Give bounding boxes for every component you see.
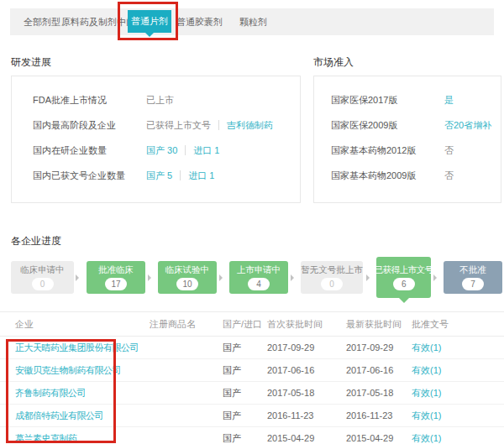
first-date-cell: 2016-11-23 bbox=[267, 410, 346, 420]
divider bbox=[218, 120, 219, 130]
company-link[interactable]: 正大天晴药业集团股份有限公司 bbox=[15, 342, 150, 354]
stage-count-badge: 7 bbox=[462, 278, 484, 290]
stage-in-clinical-trial[interactable]: 临床试验中 10 bbox=[158, 261, 217, 294]
market-access-title: 市场准入 bbox=[313, 55, 354, 70]
active-import-link[interactable]: 进口 1 bbox=[193, 144, 219, 157]
market-access-row: 国家医保2017版 是 bbox=[331, 87, 501, 112]
stage-label: 临床申请中 bbox=[20, 264, 65, 276]
header-latest-approval-date: 最新获批时间 bbox=[346, 318, 412, 331]
origin-cell: 国产 bbox=[223, 387, 267, 400]
highest-stage-label: 国内最高阶段及企业 bbox=[33, 119, 146, 132]
essential-drugs-2009-label: 国家基本药物2009版 bbox=[331, 170, 444, 182]
license-link[interactable]: 有效(1) bbox=[412, 410, 504, 422]
drug-detail-page: 全部剂型 原料药及制剂中间体 普通胶囊剂 颗粒剂 普通片剂 研发进展 FDA批准… bbox=[0, 0, 504, 444]
header-company: 企业 bbox=[15, 318, 150, 331]
stage-label: 暂无文号批上市 bbox=[301, 264, 363, 276]
fda-status-value: 已上市 bbox=[146, 94, 174, 107]
table-row: 葛兰素史克制药 国产 2015-04-29 2015-04-29 有效(1) bbox=[0, 427, 504, 444]
chevron-right-icon bbox=[433, 274, 437, 281]
company-link[interactable]: 安徽贝克生物制药有限公司 bbox=[15, 364, 150, 377]
first-date-cell: 2017-05-18 bbox=[267, 388, 346, 398]
chevron-right-icon bbox=[148, 274, 151, 281]
chevron-right-icon bbox=[366, 274, 370, 281]
rd-progress-title: 研发进展 bbox=[11, 55, 51, 70]
table-row: 正大天晴药业集团股份有限公司 国产 2017-09-29 2017-09-29 … bbox=[0, 337, 504, 359]
stage-count-badge: 6 bbox=[393, 278, 415, 290]
chevron-right-icon bbox=[76, 274, 79, 281]
rd-row-fda: FDA批准上市情况 已上市 bbox=[33, 87, 300, 112]
table-header-row: 企业 注册商品名 国产/进口 首次获批时间 最新获批时间 批准文号 bbox=[0, 311, 504, 337]
stage-label: 已获得上市文号 bbox=[375, 264, 433, 276]
latest-date-cell: 2016-11-23 bbox=[346, 410, 412, 420]
company-link[interactable]: 葛兰素史克制药 bbox=[15, 432, 150, 444]
stage-label: 临床试验中 bbox=[165, 264, 210, 276]
tab-tablet-active[interactable]: 普通片剂 bbox=[128, 10, 171, 33]
tab-capsule[interactable]: 普通胶囊剂 bbox=[176, 8, 223, 35]
origin-cell: 国产 bbox=[223, 364, 267, 377]
license-link[interactable]: 有效(1) bbox=[412, 342, 504, 354]
stage-count-badge: 0 bbox=[321, 278, 343, 290]
market-access-row: 国家基本药物2012版 否 bbox=[331, 138, 501, 163]
latest-date-cell: 2017-05-18 bbox=[346, 388, 412, 398]
header-first-approval-date: 首次获批时间 bbox=[267, 318, 346, 331]
latest-date-cell: 2017-09-29 bbox=[346, 342, 412, 353]
stage-clinical-approved[interactable]: 批准临床 17 bbox=[87, 261, 145, 294]
highest-stage-value: 已获得上市文号 bbox=[146, 119, 211, 132]
stage-label: 上市申请中 bbox=[237, 264, 281, 276]
table-row: 成都倍特药业有限公司 国产 2016-11-23 2016-11-23 有效(1… bbox=[0, 405, 504, 427]
company-link[interactable]: 成都倍特药业有限公司 bbox=[15, 410, 150, 422]
essential-drugs-2009-value: 否 bbox=[444, 170, 454, 182]
stage-count-badge: 4 bbox=[248, 278, 270, 290]
rd-row-active-companies: 国内在研企业数量 国产 30 进口 1 bbox=[33, 138, 300, 163]
stage-label: 不批准 bbox=[459, 264, 486, 276]
company-progress-title: 各企业进度 bbox=[11, 234, 61, 248]
highest-stage-company-link[interactable]: 吉利德制药 bbox=[227, 119, 273, 132]
latest-date-cell: 2017-06-16 bbox=[346, 365, 412, 375]
licensed-import-link[interactable]: 进口 1 bbox=[188, 170, 214, 182]
divider bbox=[185, 145, 186, 155]
license-link[interactable]: 有效(1) bbox=[412, 432, 504, 444]
rd-progress-card: FDA批准上市情况 已上市 国内最高阶段及企业 已获得上市文号 吉利德制药 国内… bbox=[11, 76, 301, 203]
licensed-companies-label: 国内已获文号企业数量 bbox=[33, 170, 146, 182]
stage-license-obtained-selected[interactable]: 已获得上市文号 6 bbox=[376, 257, 431, 298]
active-domestic-link[interactable]: 国产 30 bbox=[146, 144, 177, 157]
license-link[interactable]: 有效(1) bbox=[412, 387, 504, 400]
stage-count-badge: 10 bbox=[176, 278, 198, 290]
chevron-right-icon bbox=[291, 274, 294, 281]
essential-drugs-2012-value: 否 bbox=[444, 144, 454, 157]
stage-clinical-application[interactable]: 临床申请中 0 bbox=[11, 261, 74, 294]
market-access-row: 国家基本药物2009版 否 bbox=[331, 163, 501, 188]
progress-pipeline: 临床申请中 0 批准临床 17 临床试验中 10 上市申请中 4 暂无文号批上市… bbox=[0, 254, 504, 306]
stage-no-license-approved[interactable]: 暂无文号批上市 0 bbox=[301, 261, 363, 294]
medicare-2017-label: 国家医保2017版 bbox=[331, 94, 444, 107]
companies-table: 企业 注册商品名 国产/进口 首次获批时间 最新获批时间 批准文号 正大天晴药业… bbox=[0, 311, 504, 444]
rd-row-licensed-companies: 国内已获文号企业数量 国产 5 进口 1 bbox=[33, 163, 300, 188]
stage-label: 批准临床 bbox=[98, 264, 134, 276]
market-access-card: 国家医保2017版 是 国家医保2009版 否20省增补 国家基本药物2012版… bbox=[313, 76, 501, 203]
company-link[interactable]: 齐鲁制药有限公司 bbox=[15, 387, 150, 400]
first-date-cell: 2015-04-29 bbox=[267, 433, 346, 443]
header-brand-name: 注册商品名 bbox=[150, 318, 223, 331]
licensed-domestic-link[interactable]: 国产 5 bbox=[146, 170, 172, 182]
tab-all-dosage-forms[interactable]: 全部剂型 bbox=[24, 8, 60, 35]
chevron-right-icon bbox=[219, 274, 223, 281]
origin-cell: 国产 bbox=[223, 432, 267, 444]
market-access-row: 国家医保2009版 否20省增补 bbox=[331, 112, 501, 138]
table-row: 安徽贝克生物制药有限公司 国产 2017-06-16 2017-06-16 有效… bbox=[0, 359, 504, 382]
active-companies-label: 国内在研企业数量 bbox=[33, 144, 146, 157]
header-origin: 国产/进口 bbox=[223, 318, 267, 331]
first-date-cell: 2017-09-29 bbox=[267, 342, 346, 353]
license-link[interactable]: 有效(1) bbox=[412, 364, 504, 377]
stage-not-approved[interactable]: 不批准 7 bbox=[444, 261, 502, 294]
medicare-2009-value: 否20省增补 bbox=[444, 119, 491, 132]
medicare-2017-value: 是 bbox=[444, 94, 454, 107]
dosage-form-tabbar: 全部剂型 原料药及制剂中间体 普通胶囊剂 颗粒剂 普通片剂 bbox=[10, 8, 494, 35]
origin-cell: 国产 bbox=[223, 342, 267, 354]
tab-granule[interactable]: 颗粒剂 bbox=[239, 8, 267, 35]
medicare-2009-label: 国家医保2009版 bbox=[331, 119, 444, 132]
stage-count-badge: 0 bbox=[32, 278, 54, 290]
fda-status-label: FDA批准上市情况 bbox=[33, 94, 146, 107]
stage-listing-application[interactable]: 上市申请中 4 bbox=[229, 261, 288, 294]
latest-date-cell: 2015-04-29 bbox=[346, 433, 412, 443]
origin-cell: 国产 bbox=[223, 410, 267, 422]
